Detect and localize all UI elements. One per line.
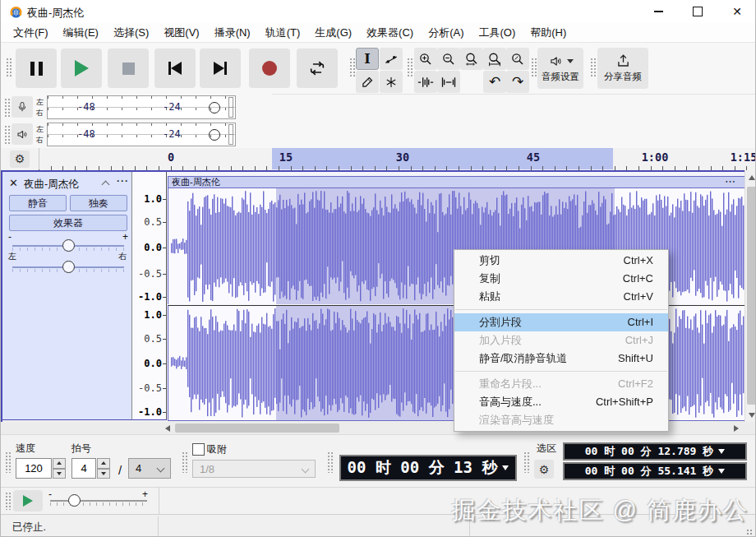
skip-to-end-button[interactable] — [200, 49, 241, 88]
menu-generate[interactable]: 生成(G) — [307, 23, 359, 43]
menu-item-join-clips[interactable]: 加入片段Ctrl+J — [454, 331, 668, 350]
transport-grip[interactable] — [6, 58, 12, 77]
maximize-button[interactable] — [679, 0, 717, 23]
selection-end-dropdown-icon[interactable] — [718, 469, 725, 474]
trim-outside-selection-button[interactable] — [414, 71, 437, 93]
timeline-options-button[interactable]: ⚙ — [10, 150, 30, 168]
menu-transport[interactable]: 播录(N) — [207, 23, 258, 43]
audio-setup-button[interactable]: 音频设置 — [537, 48, 583, 89]
menu-select[interactable]: 选择(S) — [106, 23, 156, 43]
scroll-right-button[interactable] — [731, 424, 742, 433]
collapse-track-icon[interactable] — [102, 181, 110, 189]
minimize-button[interactable] — [639, 0, 677, 23]
timesig-lower-select[interactable]: 4 — [128, 458, 171, 479]
multi-tool-button[interactable] — [380, 71, 403, 93]
menu-item-rename-clip[interactable]: 重命名片段...Ctrl+F2 — [454, 375, 668, 393]
scroll-left-button[interactable] — [162, 424, 173, 433]
mute-button[interactable]: 静音 — [9, 195, 67, 211]
clip-header[interactable]: 夜曲-周杰伦 ⋯ — [168, 176, 746, 188]
track-vertical-ruler[interactable]: 1.0 0.5 0.0 -0.5 -1.0 1.0 0.5 0.0 -0.5 -… — [132, 172, 167, 420]
selection-end-display[interactable]: 00 时 00 分 55.141 秒 — [563, 462, 747, 480]
selection-tool-button[interactable]: I — [356, 48, 379, 70]
vertical-scroll-thumb[interactable] — [747, 187, 756, 405]
snap-interval-select[interactable]: 1/8 — [192, 460, 316, 478]
scroll-up-button[interactable] — [747, 173, 756, 182]
menu-item-split-clip[interactable]: 分割片段Ctrl+I — [454, 313, 668, 331]
loop-button[interactable] — [297, 49, 338, 88]
solo-button[interactable]: 独奏 — [70, 195, 127, 211]
menu-item-mute-unmute-track[interactable]: 静音/取消静音轨道Shift+U — [454, 350, 668, 368]
record-button[interactable] — [249, 49, 290, 88]
track-name[interactable]: 夜曲-周杰伦 — [24, 178, 79, 192]
vertical-scrollbar[interactable] — [744, 170, 756, 422]
audio-position-display[interactable]: 00 时 00 分 13 秒 — [339, 455, 517, 481]
setup-grip[interactable] — [531, 58, 537, 77]
tempo-spinner[interactable] — [53, 458, 66, 479]
effects-button[interactable]: 效果器 — [9, 215, 127, 231]
clip-menu-icon[interactable]: ⋯ — [725, 176, 736, 187]
play-speed-grip[interactable] — [5, 492, 11, 510]
snap-checkbox[interactable] — [192, 443, 205, 456]
resize-grip[interactable] — [746, 529, 753, 535]
fit-selection-button[interactable] — [460, 48, 483, 70]
selection-grip[interactable] — [523, 451, 529, 473]
selection-options-button[interactable]: ⚙ — [534, 460, 554, 479]
menu-item-copy[interactable]: 复制Ctrl+C — [454, 270, 668, 288]
play-meter-bar[interactable]: -48 -24 — [47, 123, 236, 146]
menu-file[interactable]: 文件(F) — [6, 23, 56, 43]
gain-slider-thumb[interactable] — [62, 239, 75, 252]
pan-slider-thumb[interactable] — [62, 261, 75, 273]
time-sig-grip[interactable] — [5, 451, 11, 473]
skip-to-start-button[interactable] — [154, 49, 196, 88]
share-grip[interactable] — [590, 58, 596, 77]
menu-analyze[interactable]: 分析(A) — [421, 23, 471, 43]
menu-effect[interactable]: 效果器(C) — [359, 23, 421, 43]
play-at-speed-button[interactable] — [13, 490, 43, 512]
tempo-input[interactable] — [16, 458, 52, 479]
redo-button[interactable]: ↷ — [506, 71, 529, 93]
menu-help[interactable]: 帮助(H) — [523, 23, 574, 43]
draw-tool-button[interactable] — [356, 71, 379, 93]
timesig-upper-input[interactable] — [71, 458, 96, 479]
fit-project-button[interactable] — [483, 48, 506, 70]
menu-tracks[interactable]: 轨道(T) — [258, 23, 308, 43]
envelope-tool-button[interactable] — [380, 48, 403, 70]
stop-button[interactable] — [108, 49, 149, 88]
menu-item-pitch-and-speed[interactable]: 音高与速度...Ctrl+Shift+P — [454, 393, 668, 411]
timeline-ruler[interactable]: 0 15 30 45 1:00 1:15 ⚙ — [1, 148, 755, 171]
track-close-icon[interactable]: ✕ — [9, 177, 18, 189]
menu-tools[interactable]: 工具(O) — [471, 23, 523, 43]
menu-item-cut[interactable]: 剪切Ctrl+X — [454, 252, 668, 270]
timesig-spinner[interactable] — [97, 458, 110, 479]
record-meter-grip[interactable] — [4, 98, 10, 117]
record-meter-button[interactable] — [12, 96, 33, 118]
zoom-toggle-button[interactable] — [506, 48, 529, 70]
time-grip[interactable] — [327, 451, 333, 473]
menu-item-paste[interactable]: 粘贴Ctrl+V — [454, 288, 668, 306]
close-button[interactable]: ✕ — [718, 0, 756, 23]
selection-start-display[interactable]: 00 时 00 分 12.789 秒 — [563, 442, 747, 461]
scroll-down-button[interactable] — [747, 410, 756, 419]
record-meter-bar[interactable]: -48 -24 — [47, 95, 236, 119]
menu-item-render-pitch-speed[interactable]: 渲染音高与速度 — [454, 411, 668, 429]
zoom-out-button[interactable] — [437, 48, 460, 70]
zoom-in-button[interactable] — [414, 48, 437, 70]
selection-start-dropdown-icon[interactable] — [718, 449, 725, 454]
horizontal-scroll-thumb[interactable] — [175, 424, 339, 433]
pause-button[interactable] — [16, 49, 57, 88]
play-meter-grip[interactable] — [4, 125, 10, 144]
play-meter-button[interactable] — [12, 123, 33, 145]
undo-button[interactable]: ↶ — [483, 71, 506, 93]
edit-grip[interactable] — [407, 58, 413, 77]
track-menu-icon[interactable]: ⋯ — [116, 174, 129, 188]
speed-slider-thumb[interactable] — [68, 494, 81, 507]
menu-view[interactable]: 视图(V) — [156, 23, 206, 43]
track-control-panel[interactable]: ✕ 夜曲-周杰伦 ⋯ 静音 独奏 效果器 - + 左 右 — [2, 172, 132, 420]
tools-grip[interactable] — [349, 58, 355, 77]
menu-edit[interactable]: 编辑(E) — [56, 23, 106, 43]
snap-grip[interactable] — [182, 451, 187, 473]
share-audio-button[interactable]: 分享音频 — [597, 48, 648, 89]
silence-selection-button[interactable] — [437, 71, 460, 93]
time-format-dropdown-icon[interactable] — [502, 465, 509, 470]
play-button[interactable] — [61, 49, 102, 88]
